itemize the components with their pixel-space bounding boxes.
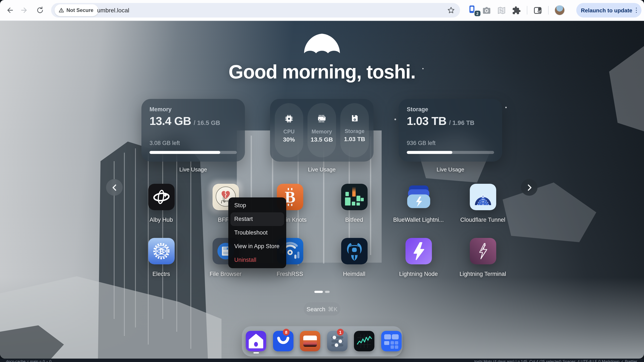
- menu-item-view-in-app-store[interactable]: View in App Store: [228, 240, 286, 253]
- toolbar-divider: [527, 6, 527, 15]
- bookmark-star-icon[interactable]: [446, 6, 456, 15]
- app-alby-hub[interactable]: Alby Hub: [129, 184, 193, 223]
- memory-left-label: 3.08 GB left: [150, 140, 180, 146]
- memory-widget-card[interactable]: Memory 13.4 GB/ 16.5 GB 3.08 GB left: [142, 99, 245, 162]
- address-bar[interactable]: Not Secure umbrel.local: [51, 3, 460, 18]
- chevron-left-icon: [112, 184, 117, 191]
- extension-badge: 2: [474, 11, 480, 16]
- dock-home-icon[interactable]: [246, 331, 266, 351]
- storage-label: Storage: [344, 128, 364, 134]
- search-shortcut: ⌘K: [328, 305, 338, 312]
- dock: 8 1: [242, 326, 402, 356]
- screen: Not Secure umbrel.local 2 Relaunch to up…: [0, 0, 644, 362]
- storage-widget-card[interactable]: Storage 1.03 TB/ 1.96 TB 936 GB left: [399, 99, 502, 162]
- floppy-disk-icon: [350, 114, 359, 123]
- storage-tile: Storage 1.03 TB: [340, 103, 369, 157]
- memory-progress-bar: [150, 151, 237, 154]
- app-lightning-node[interactable]: Lightning Node: [386, 238, 451, 277]
- extensions-puzzle-icon[interactable]: [512, 6, 521, 15]
- menu-item-uninstall[interactable]: Uninstall: [228, 253, 286, 267]
- settings-badge: 1: [337, 329, 344, 335]
- search-tabs-icon[interactable]: [533, 6, 542, 15]
- forward-icon[interactable]: [20, 6, 29, 15]
- menu-item-restart[interactable]: Restart: [230, 212, 284, 226]
- dock-app-store-icon[interactable]: [273, 331, 293, 351]
- back-icon[interactable]: [5, 6, 14, 15]
- app-bitfeed[interactable]: Bitfeed: [322, 184, 386, 223]
- dock-active-indicator: [254, 352, 259, 353]
- cpu-value: 30%: [283, 136, 295, 143]
- live-usage-caption: Live Usage: [270, 166, 374, 173]
- live-usage-caption: Live Usage: [142, 166, 245, 173]
- next-page-arrow[interactable]: [521, 179, 538, 196]
- dock-wallet-icon[interactable]: [300, 331, 320, 351]
- storage-widget-title: Storage: [407, 106, 428, 113]
- toolbar-divider: [548, 6, 548, 15]
- security-label: Not Secure: [66, 7, 94, 13]
- memory-label: Memory: [312, 129, 332, 135]
- electrs-app-icon: ₿: [148, 238, 174, 264]
- app-store-badge: 8: [283, 329, 290, 335]
- app-bluewallet-lightning[interactable]: BlueWallet Lightni...: [386, 184, 451, 223]
- previous-page-arrow[interactable]: [106, 179, 123, 196]
- storage-progress-fill: [407, 151, 452, 154]
- relaunch-label: Relaunch to update: [581, 7, 632, 14]
- relaunch-to-update-button[interactable]: Relaunch to update: [576, 3, 642, 18]
- reload-icon[interactable]: [36, 6, 44, 15]
- dock-widgets-icon[interactable]: [381, 331, 402, 351]
- storage-total-value: / 1.96 TB: [449, 119, 474, 126]
- storage-progress-bar: [407, 151, 494, 154]
- search-pill[interactable]: Search ⌘K: [304, 302, 340, 315]
- alby-hub-app-icon: [148, 184, 174, 210]
- app-electrs[interactable]: ₿ Electrs: [129, 238, 193, 277]
- greeting-heading: Good morning, toshi.: [0, 61, 644, 83]
- status-bar-left-text: docs-cache ⑂ main ⊗ 0 ⚠ 0: [6, 359, 52, 362]
- browser-toolbar: Not Secure umbrel.local 2 Relaunch to up…: [0, 0, 644, 21]
- menu-item-stop[interactable]: Stop: [228, 199, 286, 212]
- storage-left-label: 936 GB left: [407, 140, 436, 146]
- storage-value: 1.03 TB: [344, 136, 365, 142]
- status-bar-right-text: toshi Moto (4 days ago) Ln 145, Col 4 (2…: [474, 359, 637, 362]
- svg-text:₿: ₿: [159, 248, 164, 255]
- camera-extension-icon[interactable]: [482, 6, 491, 14]
- memory-value: 13.5 GB: [311, 136, 333, 143]
- page-indicator: [0, 291, 644, 293]
- profile-avatar[interactable]: [554, 5, 565, 15]
- map-extension-icon[interactable]: [497, 6, 506, 14]
- app-lightning-terminal[interactable]: Lightning Terminal: [451, 238, 515, 277]
- background-status-bar: docs-cache ⑂ main ⊗ 0 ⚠ 0 toshi Moto (4 …: [0, 358, 644, 362]
- lightning-terminal-app-icon: [470, 238, 496, 264]
- umbrel-logo: [302, 33, 342, 54]
- search-label: Search: [306, 305, 326, 312]
- site-security-chip[interactable]: Not Secure: [54, 4, 98, 16]
- bluewallet-app-icon: [405, 184, 432, 210]
- page-dot-inactive[interactable]: [325, 291, 330, 293]
- cpu-label: CPU: [284, 129, 295, 135]
- cpu-tile: CPU 30%: [275, 103, 303, 157]
- live-usage-caption: Live Usage: [399, 166, 502, 173]
- dock-activity-monitor-icon[interactable]: [354, 331, 374, 351]
- storage-used-value: 1.03 TB: [407, 115, 446, 128]
- url-text: umbrel.local: [97, 3, 129, 18]
- memory-used-value: 13.4 GB: [150, 115, 191, 128]
- memory-tile: Memory 13.5 GB: [308, 103, 336, 157]
- dock-settings-icon[interactable]: [327, 331, 347, 351]
- tab-extension-icon[interactable]: 2: [468, 5, 476, 16]
- memory-progress-fill: [150, 151, 220, 154]
- menu-item-troubleshoot[interactable]: Troubleshoot: [228, 226, 286, 240]
- memory-chip-icon: [317, 114, 327, 123]
- warning-icon: [58, 7, 64, 13]
- chevron-right-icon: [526, 184, 532, 191]
- cpu-icon: [284, 114, 294, 123]
- app-heimdall[interactable]: Heimdall: [322, 238, 386, 277]
- browser-menu-icon[interactable]: [636, 8, 637, 13]
- heimdall-app-icon: [341, 238, 367, 264]
- memory-widget-title: Memory: [150, 106, 172, 113]
- lightning-node-app-icon: [405, 238, 432, 264]
- page-dot-active[interactable]: [314, 291, 323, 293]
- cloudflare-tunnel-app-icon: [470, 184, 496, 210]
- app-cloudflare-tunnel[interactable]: Cloudflare Tunnel: [451, 184, 515, 223]
- bitfeed-app-icon: [341, 184, 367, 210]
- app-context-menu: Stop Restart Troubleshoot View in App St…: [228, 198, 286, 268]
- system-widget-card[interactable]: CPU 30% Memory 13.5 GB Storage 1.03 TB: [270, 99, 374, 162]
